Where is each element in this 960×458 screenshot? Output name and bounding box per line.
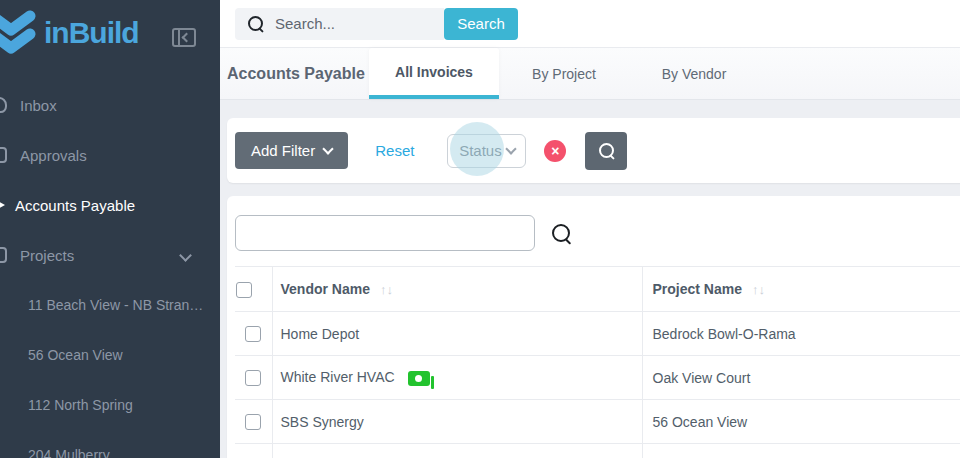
table-row[interactable]: Home Depot Bedrock Bowl-O-Rama [235,312,960,356]
tab-all-invoices[interactable]: All Invoices [369,48,499,99]
vendor-name: White River HVAC [281,369,395,385]
payment-icon [408,371,430,386]
reset-filters-link[interactable]: Reset [375,142,414,159]
table-row[interactable]: Slate Rock Construction Faker Designer:O… [235,444,960,458]
row-checkbox-cell [235,356,272,400]
chevron-down-icon [179,249,192,262]
column-label: Vendor Name [281,281,370,297]
sidebar-project-link[interactable]: 56 Ocean View [0,330,220,380]
chevron-down-icon [505,143,516,154]
top-search-bar: Search [220,0,960,48]
filter-bar: Add Filter Reset Status × [227,118,960,183]
active-arrow-icon [0,200,5,210]
table-search-input[interactable] [235,215,535,251]
column-header-vendor[interactable]: Vendor Name ↑↓ [272,267,642,312]
sidebar-item-approvals[interactable]: Approvals [0,130,220,180]
sidebar-project-link[interactable]: 204 Mulberry [0,430,220,458]
global-search-input[interactable] [273,14,427,33]
sidebar-item-label: Inbox [20,97,57,114]
status-filter-dropdown[interactable]: Status [447,134,526,168]
table-row[interactable]: White River HVAC Oak View Court [235,356,960,400]
search-icon [599,143,614,158]
page-title: Accounts Payable [227,48,369,99]
header-checkbox-cell [235,267,272,312]
vendor-cell: Slate Rock Construction [272,444,642,458]
sidebar-item-projects[interactable]: Projects [0,230,220,280]
sort-arrows-icon: ↑↓ [380,282,393,297]
table-header-row: Vendor Name ↑↓ Project Name ↑↓ [235,267,960,312]
logo-mark-icon [0,8,40,58]
sidebar-item-label: Accounts Payable [15,197,135,214]
invoices-table: Vendor Name ↑↓ Project Name ↑↓ Home Depo… [235,266,960,458]
sidebar-project-link[interactable]: 112 North Spring [0,380,220,430]
brand-logo: inBuild [0,0,220,66]
table-search-row [235,215,960,251]
add-filter-button[interactable]: Add Filter [235,132,348,169]
sidebar-project-link[interactable]: 11 Beach View - NB Stran… [0,280,220,330]
table-row[interactable]: SBS Synergy 56 Ocean View [235,400,960,444]
invoices-table-card: Vendor Name ↑↓ Project Name ↑↓ Home Depo… [227,196,960,458]
tab-by-project[interactable]: By Project [499,48,629,99]
sidebar-item-inbox[interactable]: Inbox [0,80,220,130]
tab-by-vendor[interactable]: By Vendor [629,48,759,99]
sidebar-item-label: Approvals [20,147,87,164]
sidebar-project-list: 11 Beach View - NB Stran… 56 Ocean View … [0,280,220,458]
search-icon [248,16,263,31]
column-header-project[interactable]: Project Name ↑↓ [642,267,960,312]
row-checkbox[interactable] [245,414,261,430]
apply-filter-search-button[interactable] [585,132,627,170]
column-label: Project Name [653,281,742,297]
search-icon [552,224,570,242]
project-cell: Oak View Court [642,356,960,400]
global-search-box [235,8,444,40]
approvals-icon [0,147,7,163]
collapse-bar [178,30,180,45]
table-search-button[interactable] [548,220,574,246]
chevron-down-icon [323,143,334,154]
inbox-icon [0,97,7,113]
projects-icon [0,247,7,263]
global-search-button[interactable]: Search [444,8,518,40]
status-filter-label: Status [459,142,502,159]
page-tab-bar: Accounts Payable All Invoices By Project… [220,48,960,100]
select-all-checkbox[interactable] [236,282,252,298]
project-cell: Faker Designer:Office Repairs [642,444,960,458]
sidebar-item-accounts-payable[interactable]: Accounts Payable [0,180,220,230]
main-area: Search Accounts Payable All Invoices By … [220,0,960,458]
sort-arrows-icon: ↑↓ [752,282,765,297]
add-filter-label: Add Filter [251,142,315,159]
logo-text: inBuild [44,16,139,50]
project-cell: 56 Ocean View [642,400,960,444]
project-cell: Bedrock Bowl-O-Rama [642,312,960,356]
clear-filter-button[interactable]: × [544,140,566,162]
sidebar-nav: Inbox Approvals Accounts Payable Project… [0,80,220,280]
chevron-left-icon [182,33,192,43]
sidebar: inBuild Inbox Approvals Accounts Payable… [0,0,220,458]
vendor-cell: SBS Synergy [272,400,642,444]
row-checkbox-cell [235,400,272,444]
vendor-cell: White River HVAC [272,356,642,400]
row-checkbox-cell [235,312,272,356]
collapse-sidebar-icon[interactable] [172,28,196,47]
row-checkbox-cell [235,444,272,458]
row-checkbox[interactable] [245,370,261,386]
row-checkbox[interactable] [245,326,261,342]
status-filter-wrap: Status [447,134,526,168]
vendor-cell: Home Depot [272,312,642,356]
sidebar-item-label: Projects [20,247,74,264]
